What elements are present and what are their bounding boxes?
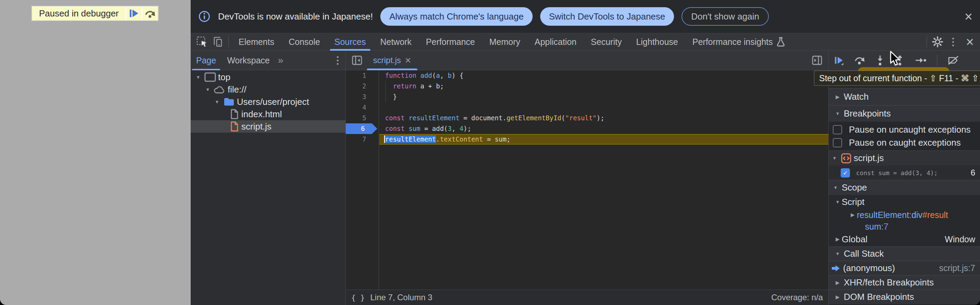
line-number-3[interactable]: 3 — [346, 91, 379, 102]
section-watch[interactable]: ▶ Watch — [829, 88, 980, 105]
mouse-cursor — [889, 51, 902, 67]
language-infobar: DevTools is now available in Japanese! A… — [191, 0, 980, 33]
tab-performance[interactable]: Performance — [418, 33, 482, 51]
switch-to-japanese-button[interactable]: Switch DevTools to Japanese — [540, 7, 675, 26]
indent-guide — [385, 81, 386, 102]
scope-var-resultelement[interactable]: ▶ resultElement: div#result — [829, 209, 980, 221]
close-icon[interactable]: × — [405, 54, 411, 66]
scope-global-row[interactable]: ▶ Global Window — [829, 232, 980, 246]
navigator-tab-workspace[interactable]: Workspace — [221, 51, 275, 70]
breakpoint-entry[interactable]: ✓ const sum = add(3, 4); 6 — [829, 166, 980, 180]
frame-location: script.js:7 — [939, 263, 975, 273]
js-badge-icon — [838, 153, 854, 164]
line-number-7[interactable]: 7 — [346, 134, 379, 145]
kebab-menu-icon[interactable] — [945, 35, 961, 49]
infobar-close-icon[interactable]: × — [965, 10, 972, 23]
tab-console[interactable]: Console — [282, 33, 327, 51]
tree-item-index-html[interactable]: index.html — [191, 108, 345, 120]
code-line-2[interactable]: return a + b; — [379, 81, 828, 91]
resume-script-icon[interactable] — [834, 55, 844, 65]
navigator-tabs: Page Workspace » — [191, 51, 345, 70]
tab-application[interactable]: Application — [528, 33, 584, 51]
line-number-4[interactable]: 4 — [346, 102, 379, 113]
toolbar-divider — [937, 55, 937, 66]
chevron-right-icon: ▶ — [834, 236, 842, 242]
chevron-down-icon[interactable]: ▼ — [194, 75, 202, 80]
code-line-5[interactable]: const resultElement = document.getElemen… — [379, 113, 828, 123]
navigator-tab-page[interactable]: Page — [191, 51, 221, 70]
panel-right-icon[interactable] — [809, 53, 825, 67]
more-tabs-icon[interactable]: » — [275, 55, 286, 66]
code-editor[interactable]: 1234567 function add(a, b) { return a + … — [346, 70, 828, 289]
global-value: Window — [945, 235, 975, 244]
step-into-icon[interactable] — [875, 55, 885, 66]
tree-item-file-protocol[interactable]: ▼ file:// — [191, 83, 345, 96]
editor-tab-strip: script.js × — [346, 51, 828, 70]
code-lines: function add(a, b) { return a + b; }cons… — [379, 70, 828, 145]
section-breakpoints[interactable]: ▼ Breakpoints — [829, 105, 980, 122]
tree-item-project-folder[interactable]: ▼ Users/user/project — [191, 96, 345, 108]
sources-panel: Page Workspace » ▼ top ▼ — [191, 51, 980, 305]
tree-item-script-js[interactable]: script.js — [191, 120, 345, 133]
code-line-1[interactable]: function add(a, b) { — [379, 70, 828, 81]
step-over-icon[interactable] — [854, 55, 865, 65]
dont-show-again-button[interactable]: Don't show again — [681, 7, 769, 26]
code-line-3[interactable]: } — [379, 91, 828, 102]
devtools-close-icon[interactable]: × — [966, 35, 974, 49]
editor-pane: script.js × 1234567 function add(a, b) {… — [346, 51, 828, 305]
section-xhr-breakpoints[interactable]: ▶ XHR/fetch Breakpoints — [829, 275, 980, 289]
file-icon — [228, 109, 241, 119]
checkbox-checked[interactable]: ✓ — [841, 168, 850, 177]
gear-icon[interactable] — [930, 35, 945, 49]
tab-security[interactable]: Security — [584, 33, 629, 51]
always-match-language-button[interactable]: Always match Chrome's language — [380, 7, 532, 26]
tab-elements[interactable]: Elements — [231, 33, 282, 51]
tab-lighthouse[interactable]: Lighthouse — [629, 33, 685, 51]
breakpoint-file-group[interactable]: ▼ script.js — [829, 150, 980, 166]
section-call-stack[interactable]: ▼ Call Stack — [829, 246, 980, 261]
step-out-tooltip: Step out of current function - ⇧ F11 - ⌘… — [814, 70, 980, 86]
chevron-down-icon: ▼ — [830, 156, 838, 161]
inspect-element-icon[interactable] — [194, 35, 210, 49]
step-icon[interactable] — [915, 56, 927, 65]
frame-icon — [202, 72, 218, 82]
scope-script-row[interactable]: ▼ Script — [829, 195, 980, 209]
call-stack-frame[interactable]: (anonymous) script.js:7 — [829, 261, 980, 275]
checkbox-unchecked[interactable] — [833, 138, 842, 147]
checkbox-unchecked[interactable] — [833, 125, 842, 134]
tab-network[interactable]: Network — [373, 33, 419, 51]
line-number-5[interactable]: 5 — [346, 113, 379, 123]
editor-status-bar: { } Line 7, Column 3 Coverage: n/a — [346, 289, 828, 305]
cursor-position-label: Line 7, Column 3 — [371, 293, 432, 302]
editor-tab-script-js[interactable]: script.js × — [367, 51, 417, 70]
tab-sources[interactable]: Sources — [327, 33, 373, 51]
code-line-6[interactable]: const sum = add(3, 4); — [379, 123, 828, 134]
infobar-message: DevTools is now available in Japanese! — [218, 11, 373, 22]
code-line-4[interactable] — [379, 102, 828, 113]
section-scope[interactable]: ▼ Scope — [829, 180, 980, 195]
pretty-print-icon[interactable]: { } — [351, 293, 365, 302]
line-number-2[interactable]: 2 — [346, 81, 379, 91]
chevron-down-icon[interactable]: ▼ — [213, 99, 221, 104]
page-viewport: Paused in debugger — [0, 0, 191, 305]
toolbar-divider — [228, 36, 229, 47]
panel-left-icon[interactable] — [349, 53, 365, 67]
tab-memory[interactable]: Memory — [482, 33, 527, 51]
line-number-1[interactable]: 1 — [346, 70, 379, 81]
pause-uncaught-row[interactable]: Pause on uncaught exceptions — [829, 123, 980, 136]
step-over-button-banner[interactable] — [142, 6, 158, 20]
device-toolbar-icon[interactable] — [210, 35, 226, 49]
pause-caught-row[interactable]: Pause on caught exceptions — [829, 136, 980, 149]
tab-performance-insights[interactable]: Performance insights — [685, 33, 792, 51]
chevron-right-icon: ▶ — [834, 294, 841, 300]
navigator-kebab-icon[interactable] — [335, 54, 340, 67]
chevron-down-icon[interactable]: ▼ — [204, 87, 212, 92]
tree-item-top[interactable]: ▼ top — [191, 71, 345, 83]
line-number-6[interactable]: 6 — [346, 123, 377, 134]
deactivate-breakpoints-icon[interactable] — [948, 55, 959, 65]
resume-script-button[interactable] — [126, 6, 142, 20]
code-line-7[interactable]: resultElement.textContent = sum; — [379, 134, 828, 145]
file-tree: ▼ top ▼ file:// ▼ — [191, 70, 345, 305]
gutter: 1234567 — [346, 70, 379, 289]
section-dom-breakpoints[interactable]: ▶ DOM Breakpoints — [829, 289, 980, 304]
